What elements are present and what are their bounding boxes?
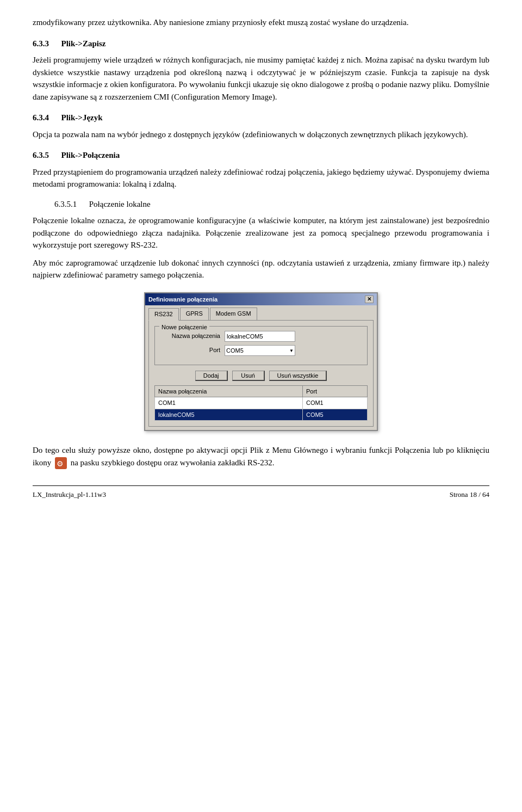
page-footer: LX_Instrukcja_pl-1.11w3 Strona 18 / 64 bbox=[33, 485, 489, 500]
port-select-wrapper: COM5 COM1 COM2 COM3 COM4 bbox=[225, 345, 295, 356]
name-label: Nazwa połączenia bbox=[160, 331, 220, 341]
table-row[interactable]: COM1 COM1 bbox=[155, 397, 368, 409]
row2-port: COM5 bbox=[302, 409, 367, 421]
port-label: Port bbox=[160, 346, 220, 355]
s6351-number: 6.3.5.1 bbox=[54, 200, 77, 208]
dialog-close-button[interactable]: ✕ bbox=[365, 296, 374, 303]
s6351-title: Połączenie lokalne bbox=[89, 200, 151, 208]
dialog-titlebar: Definiowanie połączenia ✕ bbox=[145, 293, 377, 306]
s635-title: Plik->Połączenia bbox=[61, 151, 120, 159]
tab-rs232[interactable]: RS232 bbox=[148, 308, 179, 321]
section-6351: 6.3.5.1 Połączenie lokalne Połączenie lo… bbox=[33, 198, 489, 281]
toolbar-icon bbox=[55, 457, 67, 469]
group-legend: Nowe połączenie bbox=[159, 323, 209, 332]
remove-button[interactable]: Usuń bbox=[232, 371, 265, 381]
port-row: Port COM5 COM1 COM2 COM3 COM4 bbox=[160, 345, 362, 356]
p3-after: na pasku szybkiego dostępu oraz wywołani… bbox=[71, 458, 275, 467]
section-634: 6.3.4 Plik->Język Opcja ta pozwala nam n… bbox=[33, 112, 489, 140]
s635-body: Przed przystąpieniem do programowania ur… bbox=[33, 166, 489, 190]
add-button[interactable]: Dodaj bbox=[195, 371, 228, 381]
dialog-body: Nowe połączenie Nazwa połączenia Port CO… bbox=[148, 320, 374, 427]
row1-name: COM1 bbox=[155, 397, 303, 409]
s635-number: 6.3.5 bbox=[33, 151, 49, 159]
col-header-port: Port bbox=[302, 385, 367, 397]
col-header-name: Nazwa połączenia bbox=[155, 385, 303, 397]
dialog-title: Definiowanie połączenia bbox=[148, 295, 217, 304]
intro-paragraph: zmodyfikowany przez użytkownika. Aby nan… bbox=[33, 16, 489, 29]
s634-number: 6.3.4 bbox=[33, 113, 49, 122]
dialog-action-buttons: Dodaj Usuń Usuń wszystkie bbox=[154, 371, 368, 381]
dialog-tabs: RS232 GPRS Modem GSM bbox=[145, 305, 377, 320]
s634-body: Opcja ta pozwala nam na wybór jednego z … bbox=[33, 128, 489, 141]
port-select[interactable]: COM5 COM1 COM2 COM3 COM4 bbox=[225, 345, 295, 356]
tab-modem-gsm[interactable]: Modem GSM bbox=[210, 307, 257, 320]
name-row: Nazwa połączenia bbox=[160, 331, 362, 342]
section-633: 6.3.3 Plik->Zapisz Jeżeli programujemy w… bbox=[33, 38, 489, 103]
s633-title: Plik->Zapisz bbox=[61, 39, 106, 48]
new-connection-group: Nowe połączenie Nazwa połączenia Port CO… bbox=[154, 326, 368, 365]
s6351-body1: Połączenie lokalne oznacza, że oprogramo… bbox=[33, 214, 489, 251]
connections-table-body: COM1 COM1 lokalneCOM5 COM5 bbox=[155, 397, 368, 421]
connection-name-input[interactable] bbox=[225, 331, 295, 342]
s633-number: 6.3.3 bbox=[33, 39, 49, 48]
dialog-container: Definiowanie połączenia ✕ RS232 GPRS Mod… bbox=[33, 292, 489, 432]
dialog-window: Definiowanie połączenia ✕ RS232 GPRS Mod… bbox=[144, 292, 378, 432]
page-info: Strona 18 / 64 bbox=[450, 489, 489, 500]
row1-port: COM1 bbox=[302, 397, 367, 409]
doc-name: LX_Instrukcja_pl-1.11w3 bbox=[33, 489, 106, 500]
remove-all-button[interactable]: Usuń wszystkie bbox=[269, 371, 327, 381]
s6351-body2: Aby móc zaprogramować urządzenie lub dok… bbox=[33, 257, 489, 281]
s6351-body3: Do tego celu służy powyższe okno, dostęp… bbox=[33, 444, 489, 469]
row2-name: lokalneCOM5 bbox=[155, 409, 303, 421]
section-635: 6.3.5 Plik->Połączenia Przed przystąpien… bbox=[33, 149, 489, 190]
table-row[interactable]: lokalneCOM5 COM5 bbox=[155, 409, 368, 421]
tab-gprs[interactable]: GPRS bbox=[180, 307, 209, 320]
s634-title: Plik->Język bbox=[61, 113, 103, 122]
s633-body: Jeżeli programujemy wiele urządzeń w róż… bbox=[33, 54, 489, 103]
connections-table: Nazwa połączenia Port COM1 COM1 lokalneC… bbox=[154, 385, 368, 421]
